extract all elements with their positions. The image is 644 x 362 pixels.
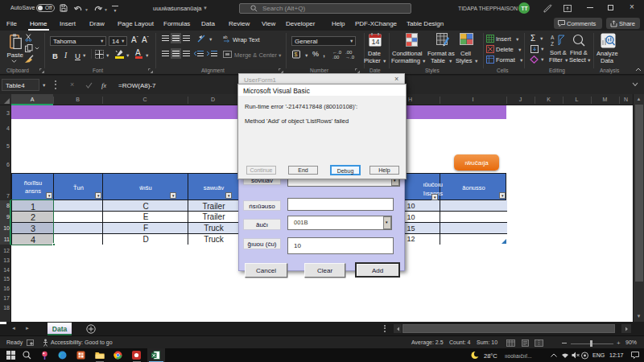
svg-text:14: 14 [371,38,379,46]
svg-text:A: A [551,35,555,40]
svg-text:Z: Z [551,41,554,47]
svg-text:ab: ab [223,35,228,39]
svg-text:$: $ [295,51,298,57]
